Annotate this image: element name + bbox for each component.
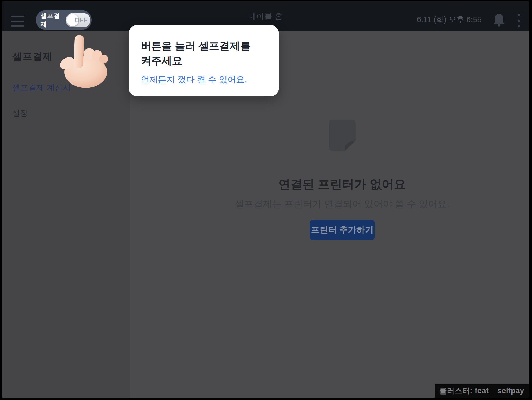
cluster-badge-label: 클러스터: feat__selfpay [439,386,524,396]
empty-state-description: 셀프결제는 프린터가 연결되어 있어야 쓸 수 있어요. [235,198,449,210]
selfpay-toggle-pill[interactable]: 셀프결제 OFF [36,10,92,30]
empty-state-title: 연결된 프린터가 없어요 [278,176,406,192]
document-icon [329,120,355,151]
add-printer-button[interactable]: 프린터 추가하기 [309,220,375,240]
app-screen: 테이블 홈 6.11 (화) 오후 6:55 셀프결제 OFF 셀프결제 셀프결… [2,1,529,398]
toggle-state-label: OFF [75,16,88,24]
hamburger-bar [11,25,24,27]
kebab-menu-icon[interactable] [515,13,523,28]
hand-pointing-up-icon [59,34,108,88]
datetime-text: 6.11 (화) 오후 6:55 [417,14,482,25]
cluster-badge: 클러스터: feat__selfpay [435,384,529,398]
coach-tooltip-title: 버튼을 눌러 셀프결제를 켜주세요 [141,38,268,68]
sidebar-item-settings[interactable]: 설정 [12,108,28,119]
printer-empty-state: 연결된 프린터가 없어요 셀프결제는 프린터가 연결되어 있어야 쓸 수 있어요… [235,120,449,240]
sidebar-heading: 셀프결제 [12,50,53,63]
bell-icon[interactable] [493,13,505,27]
selfpay-toggle-switch[interactable]: OFF [66,13,90,27]
coach-tooltip-subtitle: 언제든지 껐다 켤 수 있어요. [141,74,267,86]
coach-tooltip: 버튼을 눌러 셀프결제를 켜주세요 언제든지 껐다 켤 수 있어요. [129,25,279,96]
selfpay-pill-label: 셀프결제 [40,11,66,29]
